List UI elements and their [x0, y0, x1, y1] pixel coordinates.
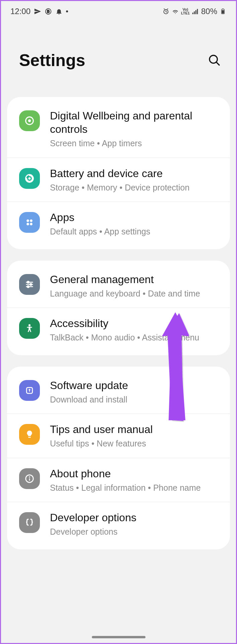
item-subtitle: Language and keyboard • Date and time — [50, 288, 220, 299]
item-developer-options[interactable]: Developer options Developer options — [7, 502, 230, 546]
svg-point-18 — [30, 223, 33, 225]
svg-point-16 — [30, 219, 33, 222]
battery-percent: 80% — [201, 7, 217, 16]
wifi-icon — [172, 8, 179, 15]
lightbulb-icon — [19, 424, 40, 445]
item-digital-wellbeing[interactable]: Digital Wellbeing and parental controls … — [7, 100, 230, 158]
svg-point-20 — [27, 281, 29, 283]
svg-point-22 — [30, 283, 32, 285]
item-subtitle: Storage • Memory • Device protection — [50, 182, 220, 193]
item-title: Tips and user manual — [50, 423, 220, 436]
item-subtitle: Screen time • App timers — [50, 138, 220, 149]
item-accessibility[interactable]: Accessibility TalkBack • Mono audio • As… — [7, 308, 230, 352]
svg-point-17 — [26, 223, 29, 225]
item-title: General management — [50, 273, 220, 286]
svg-text:B: B — [47, 9, 50, 13]
svg-rect-3 — [192, 13, 193, 14]
apps-icon — [19, 212, 40, 233]
send-icon — [34, 8, 41, 15]
item-tips[interactable]: Tips and user manual Useful tips • New f… — [7, 414, 230, 458]
item-subtitle: Default apps • App settings — [50, 226, 220, 237]
svg-rect-5 — [195, 10, 196, 14]
svg-point-14 — [28, 177, 31, 179]
item-subtitle: Status • Legal information • Phone name — [50, 482, 220, 493]
item-subtitle: Developer options — [50, 526, 220, 537]
svg-rect-29 — [29, 478, 30, 481]
battery-icon — [219, 8, 227, 15]
status-right: Vo)LTE1 80% — [162, 7, 227, 16]
item-title: About phone — [50, 467, 220, 480]
item-subtitle: Useful tips • New features — [50, 438, 220, 449]
settings-group-2: General management Language and keyboard… — [7, 261, 230, 355]
svg-rect-9 — [222, 10, 224, 13]
search-button[interactable] — [206, 52, 223, 68]
header: Settings — [1, 20, 236, 97]
braces-icon — [19, 512, 40, 533]
sliders-icon — [19, 274, 40, 295]
settings-group-1: Digital Wellbeing and parental controls … — [7, 97, 230, 249]
item-title: Accessibility — [50, 317, 220, 330]
svg-point-28 — [29, 476, 30, 478]
svg-point-15 — [26, 219, 29, 222]
status-bar: 12:00 B Vo)LTE1 80% — [1, 1, 236, 20]
accessibility-icon — [19, 318, 40, 339]
signal-icon — [192, 8, 199, 15]
item-subtitle: TalkBack • Mono audio • Assistant menu — [50, 332, 220, 343]
svg-point-24 — [27, 286, 29, 287]
item-title: Developer options — [50, 511, 220, 524]
volte-icon: Vo)LTE1 — [181, 8, 190, 15]
svg-line-11 — [216, 62, 220, 65]
bell-icon — [55, 8, 63, 15]
svg-rect-4 — [194, 11, 195, 14]
home-indicator[interactable] — [92, 636, 145, 638]
svg-point-10 — [210, 55, 217, 63]
battery-care-icon — [19, 168, 40, 189]
item-title: Digital Wellbeing and parental controls — [50, 109, 220, 136]
more-dot-icon — [66, 10, 68, 12]
item-subtitle: Download and install — [50, 394, 220, 405]
item-title: Battery and device care — [50, 167, 220, 180]
update-icon — [19, 380, 40, 401]
wellbeing-icon — [19, 110, 40, 131]
circle-b-icon: B — [45, 8, 52, 15]
page-title: Settings — [19, 51, 85, 70]
item-about-phone[interactable]: About phone Status • Legal information •… — [7, 458, 230, 502]
svg-point-25 — [28, 324, 31, 326]
item-title: Software update — [50, 379, 220, 392]
item-apps[interactable]: Apps Default apps • App settings — [7, 202, 230, 246]
status-time: 12:00 — [10, 7, 31, 16]
item-battery-care[interactable]: Battery and device care Storage • Memory… — [7, 158, 230, 202]
item-software-update[interactable]: Software update Download and install — [7, 370, 230, 414]
svg-rect-8 — [222, 9, 224, 9]
item-general-management[interactable]: General management Language and keyboard… — [7, 264, 230, 308]
status-left: 12:00 B — [10, 7, 68, 16]
search-icon — [208, 54, 221, 67]
alarm-icon — [162, 8, 170, 15]
item-title: Apps — [50, 211, 220, 224]
settings-group-3: Software update Download and install Tip… — [7, 367, 230, 549]
info-icon — [19, 468, 40, 489]
svg-rect-6 — [197, 9, 198, 14]
